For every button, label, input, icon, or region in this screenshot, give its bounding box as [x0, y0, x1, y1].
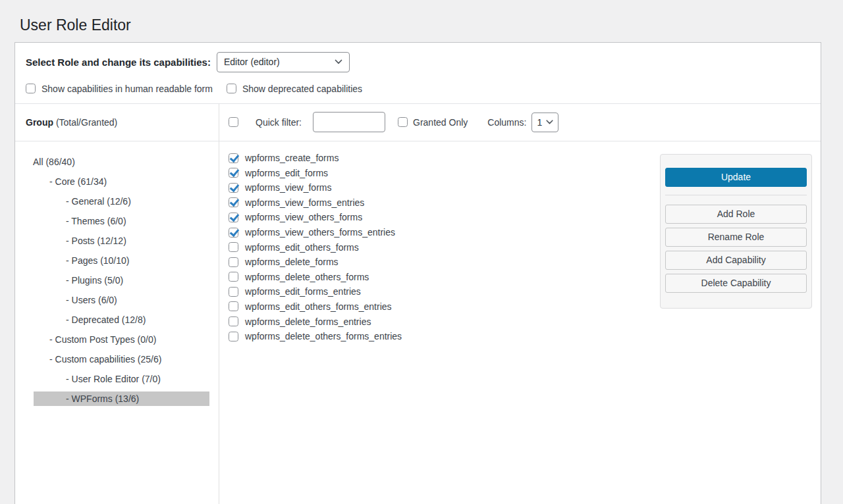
group-header-title: Group [26, 117, 53, 128]
add-capability-button[interactable]: Add Capability [665, 251, 807, 270]
capability-checkbox[interactable] [229, 316, 238, 326]
group-item[interactable]: - Plugins (5/0) [15, 270, 219, 290]
granted-only-checkbox[interactable] [398, 117, 408, 127]
capability-label: wpforms_view_forms [245, 182, 331, 193]
capability-label: wpforms_edit_forms_entries [245, 286, 361, 297]
capability-row: wpforms_delete_forms_entries [229, 314, 821, 329]
group-item[interactable]: - Users (6/0) [15, 290, 219, 310]
role-select-value: Editor (editor) [224, 57, 280, 67]
capability-checkbox[interactable] [229, 228, 238, 238]
role-select[interactable]: Editor (editor) [217, 52, 350, 72]
select-all-checkbox[interactable] [229, 117, 238, 127]
capability-label: wpforms_delete_others_forms_entries [245, 331, 402, 341]
select-role-label: Select Role and change its capabilities: [26, 57, 211, 68]
update-button[interactable]: Update [665, 168, 807, 187]
chevron-down-icon [546, 120, 553, 124]
content-row: All (86/40)- Core (61/34)- General (12/6… [15, 141, 821, 504]
capability-label: wpforms_edit_others_forms [245, 242, 359, 253]
group-item[interactable]: - Custom capabilities (25/6) [15, 349, 219, 369]
group-item[interactable]: - General (12/6) [15, 191, 219, 211]
capability-label: wpforms_delete_forms_entries [245, 316, 371, 327]
capability-label: wpforms_view_others_forms [245, 212, 362, 222]
delete-capability-button[interactable]: Delete Capability [665, 274, 807, 293]
quick-filter-label: Quick filter: [256, 117, 302, 128]
capability-label: wpforms_view_forms_entries [245, 197, 364, 208]
capability-checkbox[interactable] [229, 301, 238, 311]
capability-checkbox[interactable] [229, 257, 238, 267]
capability-label: wpforms_view_others_forms_entries [245, 227, 395, 238]
list-header-row: Group (Total/Granted) Quick filter: Gran… [15, 104, 821, 141]
group-item[interactable]: - Custom Post Types (0/0) [15, 330, 219, 349]
columns-select-value: 1 [537, 117, 542, 128]
capability-checkbox[interactable] [229, 168, 238, 178]
action-panel: Update Add RoleRename RoleAdd Capability… [660, 154, 812, 309]
capability-checkbox[interactable] [229, 153, 238, 163]
group-tree: All (86/40)- Core (61/34)- General (12/6… [15, 141, 219, 504]
capability-label: wpforms_create_forms [245, 153, 339, 163]
show-deprecated-checkbox[interactable] [227, 84, 236, 93]
group-item[interactable]: - Themes (6/0) [15, 211, 219, 231]
page-title: User Role Editor [20, 16, 843, 35]
group-column-header: Group (Total/Granted) [15, 104, 219, 141]
panel-divider [665, 195, 807, 195]
group-item[interactable]: - WPForms (13/6) [34, 391, 209, 406]
group-item[interactable]: - User Role Editor (7/0) [15, 369, 219, 389]
capability-checkbox[interactable] [229, 197, 238, 207]
human-readable-checkbox[interactable] [26, 84, 36, 93]
user-role-editor-panel: Select Role and change its capabilities:… [14, 42, 821, 504]
group-item[interactable]: - Core (61/34) [15, 172, 219, 191]
capability-row: wpforms_delete_others_forms_entries [229, 329, 821, 344]
show-deprecated-label: Show deprecated capabilities [242, 84, 362, 94]
group-item[interactable]: - Pages (10/10) [15, 251, 219, 270]
columns-select[interactable]: 1 [531, 113, 558, 132]
filter-bar: Quick filter: Granted Only Columns: 1 [219, 104, 821, 141]
granted-only-label: Granted Only [413, 117, 468, 128]
group-item[interactable]: All (86/40) [15, 152, 219, 172]
role-selection-section: Select Role and change its capabilities:… [15, 43, 821, 104]
group-item[interactable]: - Posts (12/12) [15, 231, 219, 251]
group-item[interactable]: - Deprecated (12/8) [15, 310, 219, 330]
group-header-suffix: (Total/Granted) [53, 117, 117, 128]
human-readable-label: Show capabilities in human readable form [41, 84, 213, 94]
rename-role-button[interactable]: Rename Role [665, 228, 807, 247]
quick-filter-input[interactable] [313, 112, 385, 132]
secondary-actions: Add RoleRename RoleAdd CapabilityDelete … [665, 205, 807, 293]
capability-label: wpforms_edit_forms [245, 168, 328, 178]
capability-checkbox[interactable] [229, 287, 238, 297]
capability-checkbox[interactable] [229, 242, 238, 252]
capability-label: wpforms_edit_others_forms_entries [245, 301, 392, 312]
capability-checkbox[interactable] [229, 183, 238, 193]
capability-checkbox[interactable] [229, 332, 238, 341]
capability-label: wpforms_delete_others_forms [245, 272, 369, 282]
columns-label: Columns: [487, 117, 526, 128]
capability-label: wpforms_delete_forms [245, 257, 339, 267]
capability-checkbox[interactable] [229, 213, 238, 222]
capabilities-panel: wpforms_create_formswpforms_edit_formswp… [219, 141, 821, 504]
add-role-button[interactable]: Add Role [665, 205, 807, 224]
chevron-down-icon [335, 59, 342, 64]
capability-checkbox[interactable] [229, 272, 238, 282]
